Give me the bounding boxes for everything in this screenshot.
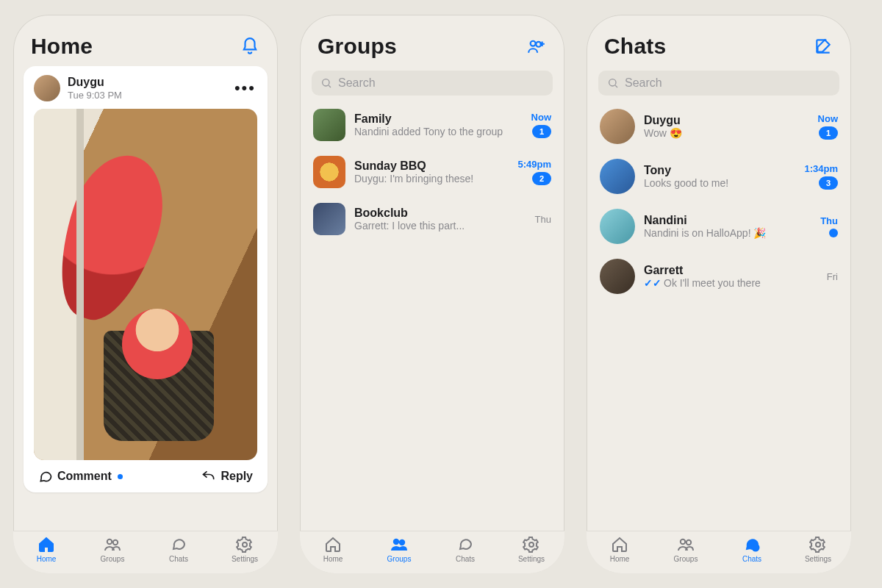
chat-row[interactable]: NandiniNandini is on HalloApp! 🎉 Thu [587,201,851,251]
tab-groups[interactable]: Groups [366,536,432,563]
read-receipt-icon: ✓✓ [644,277,662,289]
comment-button[interactable]: Comment [38,469,123,484]
post-author[interactable]: Duygu [68,76,233,89]
chat-row[interactable]: TonyLooks good to me! 1:34pm3 [587,151,851,201]
tab-home[interactable]: Home [587,536,653,563]
avatar [313,203,345,235]
post-image[interactable] [34,109,257,460]
page-title: Chats [604,34,666,59]
group-row[interactable]: BookclubGarrett: I love this part... Thu [300,196,564,243]
svg-point-13 [816,542,820,547]
svg-point-0 [107,539,112,544]
page-title: Groups [318,34,397,59]
avatar [600,259,635,294]
chat-row[interactable]: DuyguWow 😍 Now1 [587,101,851,151]
svg-point-5 [323,79,329,86]
group-row[interactable]: FamilyNandini added Tony to the group No… [300,101,564,148]
unread-dot [118,474,123,479]
svg-point-8 [529,542,534,547]
chat-row[interactable]: Garrett✓✓Ok I'll meet you there Fri [587,251,851,301]
svg-point-11 [686,540,691,545]
unread-badge: 2 [532,172,551,185]
unread-badge: 1 [532,125,551,138]
post-time: Tue 9:03 PM [68,90,233,101]
reply-button[interactable]: Reply [201,469,253,484]
avatar [600,109,635,144]
phone-home: Home Duygu Tue 9:03 PM ••• [13,15,278,573]
tab-settings[interactable]: Settings [212,536,278,563]
tab-settings[interactable]: Settings [785,536,851,563]
search-input[interactable]: Search [312,71,553,96]
tab-bar: Home Groups Chats Settings [587,531,851,573]
tab-groups[interactable]: Groups [79,536,146,563]
svg-point-3 [531,41,536,46]
tab-chats[interactable]: Chats [432,536,498,563]
phone-chats: Chats Search DuyguWow 😍 Now1 TonyLooks g… [587,15,851,573]
svg-point-10 [681,539,685,544]
more-icon[interactable]: ••• [233,79,257,98]
page-title: Home [31,34,93,59]
svg-point-2 [243,542,247,547]
tab-chats[interactable]: Chats [146,536,212,563]
svg-point-9 [609,79,616,86]
search-input[interactable]: Search [598,71,839,96]
unread-badge: 3 [819,176,838,190]
add-group-icon[interactable] [526,36,547,57]
tab-home[interactable]: Home [13,536,79,563]
tab-settings[interactable]: Settings [498,536,564,563]
svg-point-12 [753,545,759,551]
svg-point-7 [400,540,404,545]
phone-groups: Groups Search FamilyNandini added Tony t… [300,15,564,573]
notifications-icon[interactable] [240,36,260,57]
compose-icon[interactable] [813,36,833,57]
avatar [600,209,635,244]
post-card: Duygu Tue 9:03 PM ••• Comment [24,66,268,492]
avatar [600,159,635,194]
tab-chats[interactable]: Chats [719,536,785,563]
tab-home[interactable]: Home [300,536,366,563]
tab-groups[interactable]: Groups [653,536,719,563]
avatar[interactable] [34,75,60,101]
avatar [313,109,345,141]
tab-bar: Home Groups Chats Settings [13,531,278,573]
avatar [313,156,345,188]
group-row[interactable]: Sunday BBQDuygu: I'm bringing these! 5:4… [300,148,564,196]
unread-dot [829,229,838,237]
tab-bar: Home Groups Chats Settings [300,531,564,573]
svg-point-6 [394,539,398,544]
svg-point-1 [113,540,118,545]
unread-badge: 1 [819,126,838,140]
